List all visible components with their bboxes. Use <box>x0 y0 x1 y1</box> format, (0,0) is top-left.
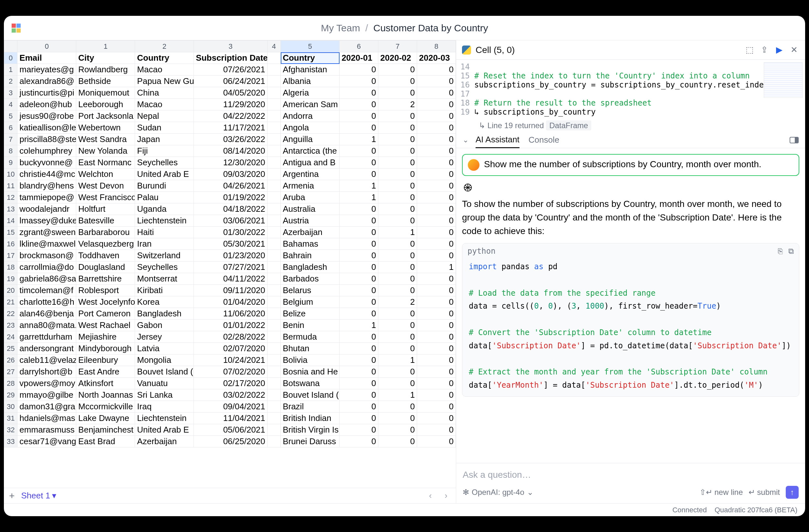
cell[interactable]: carrollmia@do <box>17 262 76 273</box>
cell[interactable]: Bermuda <box>281 331 340 343</box>
cell[interactable]: 0 <box>340 145 378 157</box>
sheet-tab[interactable]: Sheet 1 ▾ <box>21 491 56 501</box>
breadcrumb-title[interactable]: Customer Data by Country <box>374 23 488 33</box>
cell[interactable]: 0 <box>417 285 456 296</box>
cell[interactable] <box>267 378 280 389</box>
breadcrumb-team[interactable]: My Team <box>321 23 360 33</box>
cell[interactable]: 0 <box>340 99 378 110</box>
cell[interactable]: 1 <box>378 227 417 238</box>
cell[interactable]: emmarasmuss <box>17 424 76 436</box>
cell[interactable]: 0 <box>340 75 378 87</box>
cell[interactable]: Burundi <box>135 180 194 192</box>
cell[interactable]: 0 <box>378 412 417 424</box>
cell[interactable]: 09/03/2020 <box>194 169 267 180</box>
cell[interactable]: Kiribati <box>135 285 194 296</box>
cell[interactable]: 0 <box>378 122 417 134</box>
cell[interactable]: 1 <box>340 320 378 331</box>
cell[interactable] <box>267 285 280 296</box>
cell[interactable]: 0 <box>417 203 456 215</box>
cell[interactable]: Belarus <box>281 285 340 296</box>
cell[interactable]: 0 <box>417 64 456 75</box>
cell[interactable]: 07/26/2021 <box>194 64 267 75</box>
row-header[interactable]: 11 <box>4 180 17 192</box>
row-header[interactable]: 20 <box>4 285 17 296</box>
cell[interactable]: 01/23/2020 <box>194 250 267 262</box>
cell[interactable]: Switzerland <box>135 250 194 262</box>
cell[interactable]: 0 <box>417 87 456 99</box>
row-header[interactable]: 15 <box>4 227 17 238</box>
cell[interactable]: 02/28/2022 <box>194 331 267 343</box>
cell[interactable]: 06/25/2020 <box>194 436 267 447</box>
cell[interactable]: Nepal <box>135 110 194 122</box>
col-header[interactable]: 8 <box>417 41 456 52</box>
cell[interactable]: 12/30/2020 <box>194 157 267 169</box>
cell[interactable]: Montserrat <box>135 273 194 285</box>
cell[interactable]: 0 <box>340 157 378 169</box>
cell[interactable]: alan46@benja <box>17 308 76 320</box>
cell[interactable] <box>267 250 280 262</box>
cell[interactable]: katieallison@le <box>17 122 76 134</box>
cell[interactable]: 0 <box>340 378 378 389</box>
cell[interactable]: Bangladesh <box>135 308 194 320</box>
cell[interactable]: City <box>76 52 135 64</box>
cell[interactable]: West Sandra <box>76 134 135 145</box>
cell[interactable] <box>267 436 280 447</box>
cell[interactable] <box>267 412 280 424</box>
cell[interactable]: 0 <box>417 99 456 110</box>
cell[interactable]: United Arab E <box>135 424 194 436</box>
cell[interactable]: 0 <box>417 122 456 134</box>
row-header[interactable]: 7 <box>4 134 17 145</box>
cell[interactable]: Liechtenstein <box>135 412 194 424</box>
cell[interactable]: Mejiashire <box>76 331 135 343</box>
cell[interactable]: Bahamas <box>281 238 340 250</box>
cell[interactable]: American Sam <box>281 99 340 110</box>
row-header[interactable]: 5 <box>4 110 17 122</box>
cell[interactable]: 06/24/2021 <box>194 75 267 87</box>
run-button[interactable]: ▶ <box>774 45 785 55</box>
app-logo[interactable] <box>12 23 21 33</box>
cell[interactable]: 0 <box>417 296 456 308</box>
ai-code-body[interactable]: import pandas as pd # Load the data from… <box>462 259 799 396</box>
cell[interactable] <box>267 192 280 203</box>
cell[interactable]: 0 <box>378 169 417 180</box>
cell[interactable]: christie44@mc <box>17 169 76 180</box>
cell[interactable]: Barbados <box>281 273 340 285</box>
cell[interactable]: vpowers@moy <box>17 378 76 389</box>
cell[interactable]: British Indian <box>281 412 340 424</box>
cell[interactable]: Antigua and B <box>281 157 340 169</box>
cell[interactable]: mmayo@gilbe <box>17 389 76 401</box>
cell[interactable]: hdaniels@mas <box>17 412 76 424</box>
cell[interactable]: timcoleman@f <box>17 285 76 296</box>
cell[interactable]: Port Jacksonla <box>76 110 135 122</box>
row-header[interactable]: 14 <box>4 215 17 227</box>
cell[interactable]: British Virgin Is <box>281 424 340 436</box>
cell[interactable]: Bhutan <box>281 343 340 354</box>
cell[interactable]: North Joannas <box>76 389 135 401</box>
cell[interactable]: 08/14/2020 <box>194 145 267 157</box>
cell[interactable]: 0 <box>417 134 456 145</box>
cell[interactable]: 1 <box>378 354 417 366</box>
cell[interactable]: 11/06/2020 <box>194 308 267 320</box>
cell[interactable]: Bouvet Island ( <box>281 389 340 401</box>
cell[interactable] <box>267 134 280 145</box>
cell[interactable]: 0 <box>378 87 417 99</box>
row-header[interactable]: 8 <box>4 145 17 157</box>
cell[interactable]: West Devon <box>76 180 135 192</box>
cell[interactable] <box>267 203 280 215</box>
cell[interactable]: 0 <box>340 424 378 436</box>
cell[interactable]: 0 <box>340 215 378 227</box>
cell[interactable]: charlotte16@h <box>17 296 76 308</box>
grid[interactable]: 012345678 0EmailCityCountrySubscription … <box>4 40 456 447</box>
row-header[interactable]: 16 <box>4 238 17 250</box>
cell[interactable] <box>267 238 280 250</box>
cell[interactable] <box>267 343 280 354</box>
cell[interactable]: Benjaminchest <box>76 424 135 436</box>
cell[interactable]: Macao <box>135 64 194 75</box>
cell[interactable]: 09/04/2021 <box>194 401 267 412</box>
cell[interactable]: Bolivia <box>281 354 340 366</box>
cell[interactable]: 2020-03 <box>417 52 456 64</box>
cell[interactable]: 2 <box>378 99 417 110</box>
cell[interactable]: 0 <box>378 250 417 262</box>
cell[interactable]: 0 <box>340 331 378 343</box>
cell[interactable] <box>267 262 280 273</box>
